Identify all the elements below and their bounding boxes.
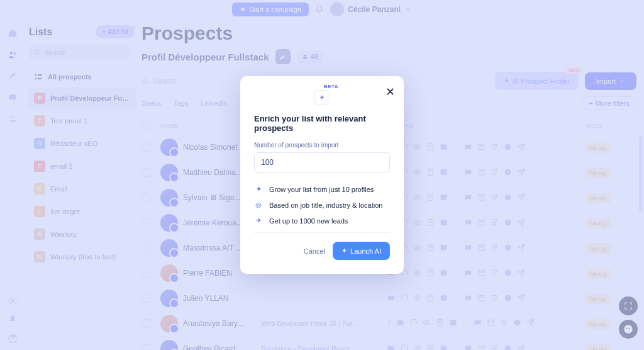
benefit-text: Grow your list from just 10 profiles [269, 186, 374, 193]
benefit-icon: ✦ [254, 185, 263, 193]
benefit-item: ✈Get up to 1000 new leads [254, 217, 390, 225]
benefit-icon: ◎ [254, 201, 263, 209]
launch-ai-button[interactable]: ✦ Launch AI [333, 242, 390, 260]
sparkle-icon: ✦ [341, 247, 347, 255]
modal-title: Enrich your list with relevant prospects [254, 114, 390, 133]
benefit-text: Based on job title, industry & location [269, 201, 382, 209]
cancel-button[interactable]: Cancel [304, 247, 325, 255]
benefit-icon: ✈ [254, 217, 263, 225]
launch-label: Launch AI [350, 247, 381, 255]
prospects-count-input[interactable] [254, 152, 390, 172]
input-label: Number of prospects to import [254, 142, 390, 149]
modal-overlay: ✕ BETA ✦ Enrich your list with relevant … [0, 0, 644, 350]
ai-enrich-modal: ✕ BETA ✦ Enrich your list with relevant … [240, 76, 404, 274]
benefit-item: ◎Based on job title, industry & location [254, 201, 390, 209]
benefit-text: Get up to 1000 new leads [269, 217, 348, 225]
beta-badge: BETA [324, 84, 338, 89]
sparkle-icon: ✦ [314, 90, 330, 105]
benefit-item: ✦Grow your list from just 10 profiles [254, 185, 390, 193]
